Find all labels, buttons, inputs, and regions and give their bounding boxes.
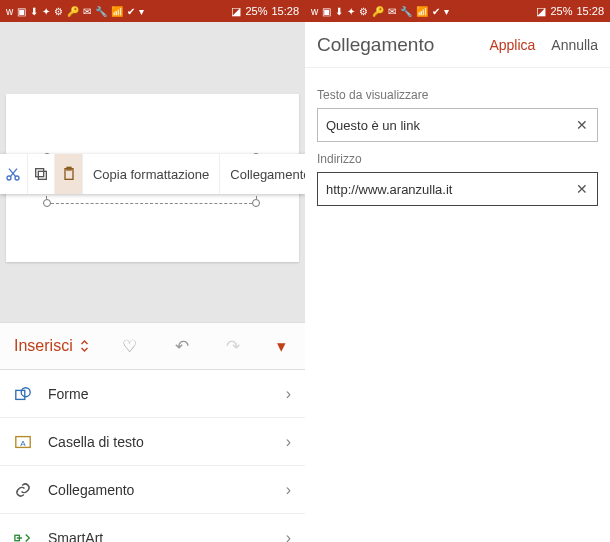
right-pane: w▣⬇✦⚙🔑✉🔧📶✔▾ ◪ 25% 15:28 Collegamento App…: [305, 0, 610, 542]
address-input[interactable]: [318, 182, 567, 197]
apply-button[interactable]: Applica: [489, 37, 535, 53]
status-right: ◪ 25% 15:28: [231, 5, 299, 18]
menu-item-shapes[interactable]: Forme ›: [0, 370, 305, 418]
context-menu-bar: Copia formattazione Collegamento: [0, 154, 305, 194]
chevron-right-icon: ›: [286, 385, 291, 403]
menu-item-textbox[interactable]: A Casella di testo ›: [0, 418, 305, 466]
cancel-button[interactable]: Annulla: [551, 37, 598, 53]
cut-icon[interactable]: [0, 154, 28, 194]
svg-rect-3: [36, 169, 44, 177]
smartart-icon: [14, 529, 34, 543]
clear-icon[interactable]: ✕: [567, 117, 597, 133]
display-text-label: Testo da visualizzare: [317, 88, 598, 102]
insert-menu: Forme › A Casella di testo › Collegament…: [0, 370, 305, 542]
textbox-icon: A: [14, 433, 34, 451]
svg-rect-2: [38, 171, 46, 179]
menu-item-label: Forme: [48, 386, 272, 402]
menu-item-link[interactable]: Collegamento ›: [0, 466, 305, 514]
shapes-icon: [14, 385, 34, 403]
status-icons-left: w▣⬇✦⚙🔑✉🔧📶✔▾: [311, 6, 449, 17]
link-form: Testo da visualizzare ✕ Indirizzo ✕: [305, 68, 610, 216]
svg-rect-6: [16, 390, 25, 399]
left-pane: w▣⬇✦⚙🔑✉🔧📶✔▾ ◪ 25% 15:28 Questo è un link: [0, 0, 305, 542]
dialog-header: Collegamento Applica Annulla: [305, 22, 610, 68]
lightbulb-icon[interactable]: ♡: [122, 336, 137, 357]
status-bar-right: w▣⬇✦⚙🔑✉🔧📶✔▾ ◪ 25% 15:28: [305, 0, 610, 22]
undo-icon[interactable]: ↶: [175, 336, 189, 357]
menu-item-label: SmartArt: [48, 530, 272, 543]
display-text-input[interactable]: [318, 118, 567, 133]
redo-icon[interactable]: ↷: [226, 336, 240, 357]
dialog-title: Collegamento: [317, 34, 489, 56]
link-button[interactable]: Collegamento: [220, 154, 305, 194]
chevron-updown-icon: [79, 339, 90, 353]
battery-text: 25%: [245, 5, 267, 17]
svg-point-7: [21, 387, 30, 396]
status-icons-left: w▣⬇✦⚙🔑✉🔧📶✔▾: [6, 6, 144, 17]
copy-formatting-button[interactable]: Copia formattazione: [83, 154, 220, 194]
chevron-right-icon: ›: [286, 529, 291, 543]
ribbon-bar: Inserisci ♡ ↶ ↷ ▾: [0, 322, 305, 370]
more-icon[interactable]: ▾: [277, 336, 286, 357]
display-text-field-row: ✕: [317, 108, 598, 142]
status-bar-left: w▣⬇✦⚙🔑✉🔧📶✔▾ ◪ 25% 15:28: [0, 0, 305, 22]
ribbon-tab-insert[interactable]: Inserisci: [0, 337, 104, 355]
copy-icon[interactable]: [28, 154, 56, 194]
resize-handle[interactable]: [252, 199, 260, 207]
slide-area: Questo è un link Copia formattazione Col…: [0, 22, 305, 322]
paste-icon[interactable]: [55, 154, 83, 194]
clear-icon[interactable]: ✕: [567, 181, 597, 197]
chevron-right-icon: ›: [286, 481, 291, 499]
resize-handle[interactable]: [43, 199, 51, 207]
ribbon-tab-label: Inserisci: [14, 337, 73, 355]
address-label: Indirizzo: [317, 152, 598, 166]
link-icon: [14, 481, 34, 499]
menu-item-label: Casella di testo: [48, 434, 272, 450]
clock-text: 15:28: [576, 5, 604, 17]
status-right: ◪ 25% 15:28: [536, 5, 604, 18]
menu-item-smartart[interactable]: SmartArt ›: [0, 514, 305, 542]
battery-text: 25%: [550, 5, 572, 17]
menu-item-label: Collegamento: [48, 482, 272, 498]
clock-text: 15:28: [271, 5, 299, 17]
address-field-row: ✕: [317, 172, 598, 206]
chevron-right-icon: ›: [286, 433, 291, 451]
svg-text:A: A: [20, 438, 26, 447]
